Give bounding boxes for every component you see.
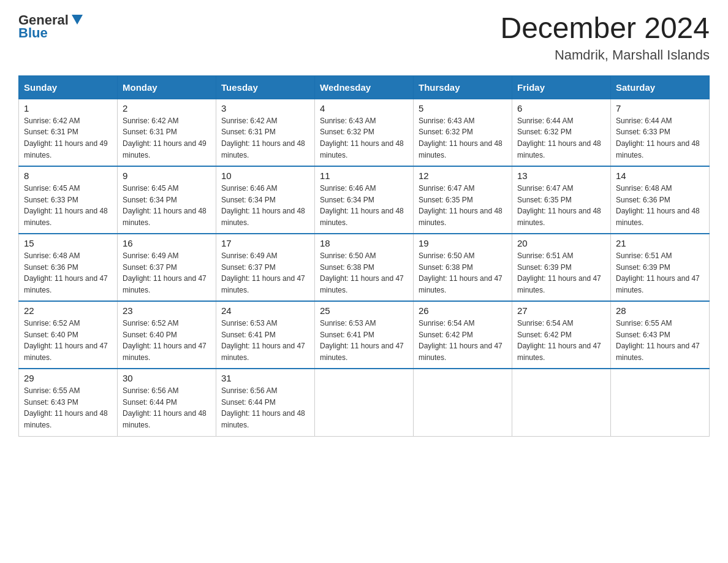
day-number: 25 [320,305,408,316]
day-info: Sunrise: 6:55 AMSunset: 6:43 PMDaylight:… [616,318,704,363]
day-number: 9 [123,170,211,181]
day-info: Sunrise: 6:46 AMSunset: 6:34 PMDaylight:… [320,183,408,228]
calendar-cell: 13 Sunrise: 6:47 AMSunset: 6:35 PMDaylig… [512,166,611,234]
day-number: 16 [123,238,211,248]
calendar-week-row: 22 Sunrise: 6:52 AMSunset: 6:40 PMDaylig… [19,301,710,369]
month-title: December 2024 [500,12,710,45]
column-header-wednesday: Wednesday [315,75,414,99]
day-info: Sunrise: 6:46 AMSunset: 6:34 PMDaylight:… [221,183,309,228]
day-number: 27 [517,305,605,316]
day-info: Sunrise: 6:53 AMSunset: 6:41 PMDaylight:… [221,318,309,363]
day-number: 28 [616,305,704,316]
column-header-sunday: Sunday [19,75,118,99]
day-info: Sunrise: 6:49 AMSunset: 6:37 PMDaylight:… [123,250,211,296]
calendar-cell: 18 Sunrise: 6:50 AMSunset: 6:38 PMDaylig… [315,234,414,301]
day-info: Sunrise: 6:43 AMSunset: 6:32 PMDaylight:… [320,115,408,161]
day-info: Sunrise: 6:42 AMSunset: 6:31 PMDaylight:… [24,115,112,161]
day-number: 12 [419,170,507,181]
day-number: 21 [616,238,704,248]
day-info: Sunrise: 6:45 AMSunset: 6:33 PMDaylight:… [24,183,112,228]
calendar-cell: 27 Sunrise: 6:54 AMSunset: 6:42 PMDaylig… [512,301,611,369]
day-number: 1 [24,103,112,113]
calendar-week-row: 29 Sunrise: 6:55 AMSunset: 6:43 PMDaylig… [19,369,710,436]
day-info: Sunrise: 6:55 AMSunset: 6:43 PMDaylight:… [24,385,112,431]
title-block: December 2024 Namdrik, Marshall Islands [500,12,710,63]
calendar-cell: 31 Sunrise: 6:56 AMSunset: 6:44 PMDaylig… [216,369,315,436]
day-info: Sunrise: 6:51 AMSunset: 6:39 PMDaylight:… [517,250,605,296]
day-number: 14 [616,170,704,181]
day-number: 18 [320,238,408,248]
page-header: General Blue December 2024 Namdrik, Mars… [18,12,710,63]
svg-marker-0 [72,15,83,25]
calendar-cell [315,369,414,436]
calendar-cell: 9 Sunrise: 6:45 AMSunset: 6:34 PMDayligh… [118,166,216,234]
day-number: 13 [517,170,605,181]
day-info: Sunrise: 6:45 AMSunset: 6:34 PMDaylight:… [123,183,211,228]
calendar-cell: 1 Sunrise: 6:42 AMSunset: 6:31 PMDayligh… [19,99,118,166]
calendar-cell: 5 Sunrise: 6:43 AMSunset: 6:32 PMDayligh… [414,99,512,166]
calendar-cell: 30 Sunrise: 6:56 AMSunset: 6:44 PMDaylig… [118,369,216,436]
calendar-cell: 29 Sunrise: 6:55 AMSunset: 6:43 PMDaylig… [19,369,118,436]
column-header-tuesday: Tuesday [216,75,315,99]
calendar-cell: 2 Sunrise: 6:42 AMSunset: 6:31 PMDayligh… [118,99,216,166]
logo: General Blue [18,12,84,40]
day-info: Sunrise: 6:52 AMSunset: 6:40 PMDaylight:… [24,318,112,363]
day-number: 15 [24,238,112,248]
day-number: 17 [221,238,309,248]
calendar-table: SundayMondayTuesdayWednesdayThursdayFrid… [18,75,710,437]
day-number: 8 [24,170,112,181]
calendar-cell: 28 Sunrise: 6:55 AMSunset: 6:43 PMDaylig… [611,301,710,369]
day-info: Sunrise: 6:53 AMSunset: 6:41 PMDaylight:… [320,318,408,363]
day-info: Sunrise: 6:47 AMSunset: 6:35 PMDaylight:… [419,183,507,228]
day-number: 31 [221,373,309,383]
calendar-cell: 16 Sunrise: 6:49 AMSunset: 6:37 PMDaylig… [118,234,216,301]
calendar-cell: 24 Sunrise: 6:53 AMSunset: 6:41 PMDaylig… [216,301,315,369]
column-header-monday: Monday [118,75,216,99]
column-header-thursday: Thursday [414,75,512,99]
calendar-header-row: SundayMondayTuesdayWednesdayThursdayFrid… [19,75,710,99]
calendar-cell: 4 Sunrise: 6:43 AMSunset: 6:32 PMDayligh… [315,99,414,166]
calendar-cell: 10 Sunrise: 6:46 AMSunset: 6:34 PMDaylig… [216,166,315,234]
calendar-cell [512,369,611,436]
calendar-cell: 11 Sunrise: 6:46 AMSunset: 6:34 PMDaylig… [315,166,414,234]
day-info: Sunrise: 6:54 AMSunset: 6:42 PMDaylight:… [517,318,605,363]
calendar-cell: 19 Sunrise: 6:50 AMSunset: 6:38 PMDaylig… [414,234,512,301]
day-info: Sunrise: 6:49 AMSunset: 6:37 PMDaylight:… [221,250,309,296]
calendar-cell: 21 Sunrise: 6:51 AMSunset: 6:39 PMDaylig… [611,234,710,301]
day-info: Sunrise: 6:47 AMSunset: 6:35 PMDaylight:… [517,183,605,228]
calendar-cell [414,369,512,436]
day-info: Sunrise: 6:54 AMSunset: 6:42 PMDaylight:… [419,318,507,363]
calendar-cell: 26 Sunrise: 6:54 AMSunset: 6:42 PMDaylig… [414,301,512,369]
day-info: Sunrise: 6:56 AMSunset: 6:44 PMDaylight:… [123,385,211,431]
day-number: 4 [320,103,408,113]
location-subtitle: Namdrik, Marshall Islands [500,47,710,63]
day-number: 24 [221,305,309,316]
logo-wordmark: General Blue [18,12,84,40]
logo-blue-text: Blue [18,26,48,40]
day-info: Sunrise: 6:51 AMSunset: 6:39 PMDaylight:… [616,250,704,296]
calendar-cell: 12 Sunrise: 6:47 AMSunset: 6:35 PMDaylig… [414,166,512,234]
day-info: Sunrise: 6:50 AMSunset: 6:38 PMDaylight:… [419,250,507,296]
calendar-cell: 20 Sunrise: 6:51 AMSunset: 6:39 PMDaylig… [512,234,611,301]
day-info: Sunrise: 6:52 AMSunset: 6:40 PMDaylight:… [123,318,211,363]
day-info: Sunrise: 6:56 AMSunset: 6:44 PMDaylight:… [221,385,309,431]
calendar-cell: 22 Sunrise: 6:52 AMSunset: 6:40 PMDaylig… [19,301,118,369]
calendar-cell: 8 Sunrise: 6:45 AMSunset: 6:33 PMDayligh… [19,166,118,234]
day-number: 6 [517,103,605,113]
day-info: Sunrise: 6:48 AMSunset: 6:36 PMDaylight:… [616,183,704,228]
day-info: Sunrise: 6:43 AMSunset: 6:32 PMDaylight:… [419,115,507,161]
calendar-week-row: 1 Sunrise: 6:42 AMSunset: 6:31 PMDayligh… [19,99,710,166]
day-number: 2 [123,103,211,113]
calendar-cell: 15 Sunrise: 6:48 AMSunset: 6:36 PMDaylig… [19,234,118,301]
calendar-cell [611,369,710,436]
day-info: Sunrise: 6:42 AMSunset: 6:31 PMDaylight:… [221,115,309,161]
calendar-cell: 6 Sunrise: 6:44 AMSunset: 6:32 PMDayligh… [512,99,611,166]
calendar-cell: 3 Sunrise: 6:42 AMSunset: 6:31 PMDayligh… [216,99,315,166]
day-number: 20 [517,238,605,248]
day-number: 10 [221,170,309,181]
calendar-week-row: 8 Sunrise: 6:45 AMSunset: 6:33 PMDayligh… [19,166,710,234]
calendar-cell: 25 Sunrise: 6:53 AMSunset: 6:41 PMDaylig… [315,301,414,369]
day-number: 7 [616,103,704,113]
day-info: Sunrise: 6:44 AMSunset: 6:33 PMDaylight:… [616,115,704,161]
day-number: 11 [320,170,408,181]
